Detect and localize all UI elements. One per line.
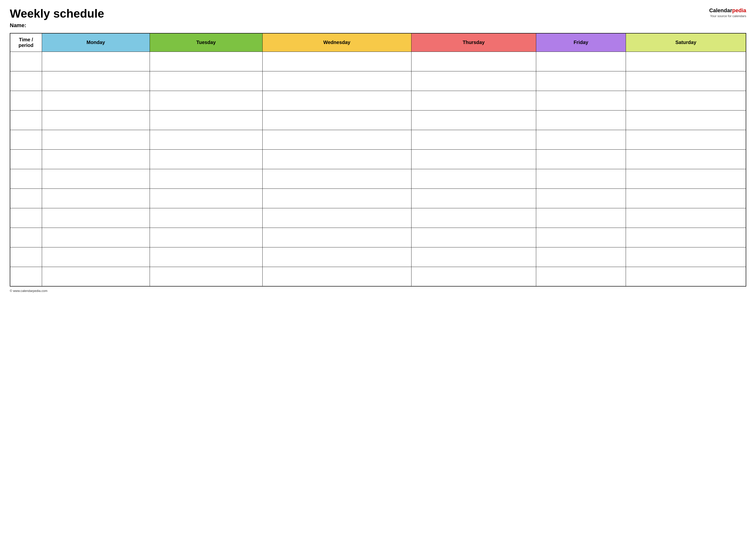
schedule-cell[interactable] bbox=[536, 247, 626, 267]
schedule-cell[interactable] bbox=[536, 110, 626, 130]
col-header-saturday: Saturday bbox=[626, 33, 746, 52]
schedule-cell[interactable] bbox=[262, 130, 411, 149]
schedule-cell[interactable] bbox=[42, 91, 150, 110]
schedule-cell[interactable] bbox=[262, 208, 411, 228]
schedule-cell[interactable] bbox=[411, 169, 536, 188]
time-cell[interactable] bbox=[10, 110, 42, 130]
schedule-cell[interactable] bbox=[411, 91, 536, 110]
time-cell[interactable] bbox=[10, 169, 42, 188]
schedule-cell[interactable] bbox=[42, 52, 150, 71]
col-header-time: Time / period bbox=[10, 33, 42, 52]
schedule-cell[interactable] bbox=[262, 110, 411, 130]
schedule-cell[interactable] bbox=[626, 71, 746, 91]
schedule-cell[interactable] bbox=[626, 130, 746, 149]
schedule-cell[interactable] bbox=[262, 188, 411, 208]
schedule-cell[interactable] bbox=[536, 149, 626, 169]
schedule-cell[interactable] bbox=[262, 71, 411, 91]
schedule-cell[interactable] bbox=[262, 91, 411, 110]
time-cell[interactable] bbox=[10, 228, 42, 247]
table-row bbox=[10, 267, 746, 286]
schedule-cell[interactable] bbox=[262, 149, 411, 169]
schedule-cell[interactable] bbox=[411, 110, 536, 130]
time-cell[interactable] bbox=[10, 130, 42, 149]
table-row bbox=[10, 91, 746, 110]
time-cell[interactable] bbox=[10, 71, 42, 91]
time-cell[interactable] bbox=[10, 52, 42, 71]
schedule-cell[interactable] bbox=[150, 52, 262, 71]
schedule-cell[interactable] bbox=[42, 130, 150, 149]
schedule-cell[interactable] bbox=[536, 71, 626, 91]
time-cell[interactable] bbox=[10, 247, 42, 267]
schedule-cell[interactable] bbox=[42, 247, 150, 267]
schedule-cell[interactable] bbox=[411, 130, 536, 149]
schedule-cell[interactable] bbox=[411, 208, 536, 228]
schedule-cell[interactable] bbox=[262, 169, 411, 188]
page-header: Weekly schedule Name: Calendarpedia Your… bbox=[10, 7, 746, 29]
schedule-cell[interactable] bbox=[42, 208, 150, 228]
schedule-cell[interactable] bbox=[626, 267, 746, 286]
time-cell[interactable] bbox=[10, 208, 42, 228]
logo-section: Calendarpedia Your source for calendars bbox=[709, 7, 746, 18]
schedule-cell[interactable] bbox=[626, 91, 746, 110]
schedule-cell[interactable] bbox=[150, 71, 262, 91]
schedule-cell[interactable] bbox=[262, 228, 411, 247]
schedule-cell[interactable] bbox=[411, 228, 536, 247]
time-cell[interactable] bbox=[10, 149, 42, 169]
schedule-cell[interactable] bbox=[150, 110, 262, 130]
schedule-cell[interactable] bbox=[536, 91, 626, 110]
schedule-cell[interactable] bbox=[262, 247, 411, 267]
schedule-cell[interactable] bbox=[150, 247, 262, 267]
schedule-cell[interactable] bbox=[411, 188, 536, 208]
schedule-cell[interactable] bbox=[42, 267, 150, 286]
footer: © www.calendarpedia.com bbox=[10, 289, 746, 293]
table-header-row: Time / period Monday Tuesday Wednesday T… bbox=[10, 33, 746, 52]
schedule-cell[interactable] bbox=[411, 52, 536, 71]
table-row bbox=[10, 130, 746, 149]
schedule-cell[interactable] bbox=[150, 149, 262, 169]
schedule-cell[interactable] bbox=[536, 208, 626, 228]
schedule-cell[interactable] bbox=[150, 130, 262, 149]
schedule-cell[interactable] bbox=[150, 91, 262, 110]
schedule-cell[interactable] bbox=[411, 267, 536, 286]
schedule-cell[interactable] bbox=[536, 188, 626, 208]
table-row bbox=[10, 71, 746, 91]
schedule-cell[interactable] bbox=[150, 208, 262, 228]
schedule-cell[interactable] bbox=[626, 208, 746, 228]
schedule-cell[interactable] bbox=[536, 228, 626, 247]
schedule-cell[interactable] bbox=[626, 188, 746, 208]
page-title: Weekly schedule bbox=[10, 7, 104, 20]
schedule-cell[interactable] bbox=[411, 247, 536, 267]
schedule-cell[interactable] bbox=[536, 52, 626, 71]
schedule-cell[interactable] bbox=[150, 169, 262, 188]
name-label: Name: bbox=[10, 22, 104, 29]
schedule-cell[interactable] bbox=[42, 71, 150, 91]
schedule-cell[interactable] bbox=[536, 130, 626, 149]
schedule-cell[interactable] bbox=[42, 110, 150, 130]
schedule-cell[interactable] bbox=[42, 188, 150, 208]
schedule-cell[interactable] bbox=[42, 169, 150, 188]
schedule-cell[interactable] bbox=[626, 247, 746, 267]
time-cell[interactable] bbox=[10, 91, 42, 110]
schedule-cell[interactable] bbox=[262, 267, 411, 286]
schedule-cell[interactable] bbox=[626, 149, 746, 169]
schedule-cell[interactable] bbox=[42, 149, 150, 169]
schedule-cell[interactable] bbox=[150, 228, 262, 247]
schedule-cell[interactable] bbox=[626, 110, 746, 130]
schedule-cell[interactable] bbox=[536, 267, 626, 286]
schedule-cell[interactable] bbox=[262, 52, 411, 71]
schedule-cell[interactable] bbox=[150, 188, 262, 208]
table-row bbox=[10, 169, 746, 188]
logo-tagline: Your source for calendars bbox=[710, 14, 746, 18]
time-cell[interactable] bbox=[10, 267, 42, 286]
schedule-cell[interactable] bbox=[536, 169, 626, 188]
schedule-cell[interactable] bbox=[626, 228, 746, 247]
schedule-cell[interactable] bbox=[150, 267, 262, 286]
schedule-table: Time / period Monday Tuesday Wednesday T… bbox=[10, 33, 746, 287]
schedule-cell[interactable] bbox=[626, 52, 746, 71]
col-header-monday: Monday bbox=[42, 33, 150, 52]
schedule-cell[interactable] bbox=[42, 228, 150, 247]
schedule-cell[interactable] bbox=[411, 149, 536, 169]
schedule-cell[interactable] bbox=[626, 169, 746, 188]
time-cell[interactable] bbox=[10, 188, 42, 208]
schedule-cell[interactable] bbox=[411, 71, 536, 91]
